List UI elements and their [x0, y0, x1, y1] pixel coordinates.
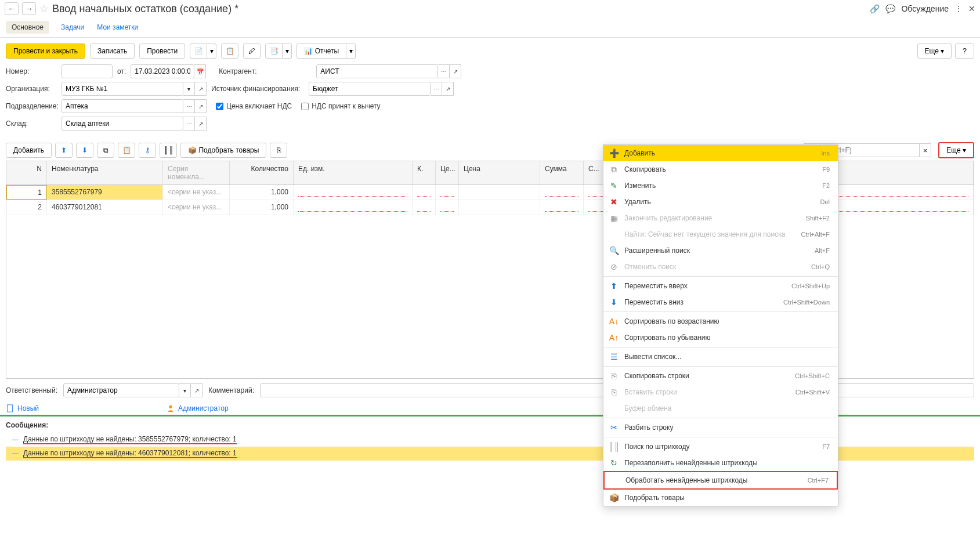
col-nom[interactable]: Номенклатура — [47, 161, 163, 184]
dept-pick[interactable]: ⋯ — [183, 99, 195, 113]
move-up-button[interactable]: ⬆ — [55, 143, 73, 158]
close-icon[interactable]: ✕ — [968, 4, 975, 13]
menu-item[interactable]: ⎘Скопировать строкиCtrl+Shift+C — [603, 368, 838, 384]
nav-forward[interactable]: → — [22, 2, 36, 15]
share-button[interactable]: ⚷ — [139, 143, 156, 158]
number-input[interactable] — [62, 64, 113, 78]
save-button[interactable]: Записать — [90, 44, 135, 59]
org-open[interactable]: ↗ — [195, 82, 207, 96]
clipboard-button[interactable]: ⎘ — [270, 143, 287, 158]
copy-button[interactable]: 📑 — [265, 44, 283, 59]
svg-point-1 — [169, 405, 172, 408]
dept-open[interactable]: ↗ — [195, 99, 207, 113]
contractor-open[interactable]: ↗ — [450, 64, 461, 78]
fin-open[interactable]: ↗ — [442, 82, 454, 96]
col-k[interactable]: К. — [413, 161, 436, 184]
menu-item[interactable]: A↑Сортировать по убыванию — [603, 329, 838, 346]
pick-goods-button[interactable]: 📦 Подобрать товары — [180, 143, 266, 158]
tab-notes[interactable]: Мои заметки — [96, 21, 139, 34]
move-down-button[interactable]: ⬇ — [76, 143, 93, 158]
dept-label: Подразделение: — [6, 102, 57, 110]
tab-main[interactable]: Основное — [6, 21, 49, 34]
comment-label: Комментарий: — [208, 386, 254, 394]
contractor-input[interactable] — [316, 64, 438, 78]
from-label: от: — [117, 67, 126, 75]
resp-drop[interactable]: ▾ — [179, 383, 191, 397]
col-pr[interactable]: Це... — [436, 161, 459, 184]
resp-input[interactable] — [63, 383, 179, 397]
status-new[interactable]: Новый — [6, 404, 39, 412]
reports-button[interactable]: 📊 Отчеты — [296, 44, 346, 59]
menu-item[interactable]: ║║Поиск по штрихкодуF7 — [603, 439, 838, 455]
doc-icon — [6, 404, 14, 412]
fin-input[interactable] — [309, 82, 431, 96]
more-button-top[interactable]: Еще ▾ — [917, 44, 952, 59]
number-label: Номер: — [6, 67, 57, 75]
menu-item[interactable]: ⬆Переместить вверхCtrl+Shift+Up — [603, 278, 838, 294]
print-button[interactable]: 📋 — [221, 44, 238, 59]
post-button[interactable]: Провести — [139, 44, 185, 59]
copy-rows-button[interactable]: ⧉ — [97, 143, 114, 158]
discuss-icon[interactable]: 💬 — [885, 4, 895, 13]
fin-pick[interactable]: ⋯ — [431, 82, 442, 96]
menu-item[interactable]: ☰Вывести список... — [603, 349, 838, 365]
help-button[interactable]: ? — [955, 44, 974, 59]
status-admin[interactable]: Администратор — [167, 404, 229, 412]
star-icon[interactable]: ☆ — [39, 2, 49, 15]
fin-label: Источник финансирования: — [211, 85, 304, 93]
paste-rows-button[interactable]: 📋 — [118, 143, 135, 158]
menu-item[interactable]: ➕ДобавитьIns — [603, 145, 838, 161]
contractor-pick[interactable]: ⋯ — [438, 64, 450, 78]
menu-item: ⎘Вставить строкиCtrl+Shift+V — [603, 384, 838, 400]
menu-item[interactable]: ⬇Переместить внизCtrl+Shift+Down — [603, 294, 838, 310]
doc-action-button[interactable]: 📄 — [190, 44, 207, 59]
org-input[interactable] — [62, 82, 183, 96]
kebab-icon[interactable]: ⋮ — [954, 4, 963, 13]
menu-item[interactable]: A↓Сортировать по возрастанию — [603, 313, 838, 329]
calendar-icon[interactable]: 📅 — [194, 64, 206, 78]
reports-drop[interactable]: ▾ — [346, 44, 356, 59]
menu-item: Найти: Сейчас нет текущего значения для … — [603, 226, 838, 242]
add-button[interactable]: Добавить — [6, 143, 52, 158]
stock-open[interactable]: ↗ — [195, 117, 207, 131]
menu-item: ⊘Отменить поискCtrl+Q — [603, 259, 838, 275]
stock-input[interactable] — [62, 117, 183, 131]
copy-drop[interactable]: ▾ — [283, 44, 292, 59]
org-drop[interactable]: ▾ — [183, 82, 195, 96]
menu-item[interactable]: ✂Разбить строку — [603, 419, 838, 436]
date-input[interactable] — [131, 64, 194, 78]
menu-item[interactable]: ⧉СкопироватьF9 — [603, 161, 838, 177]
page-title: Ввод начальных остатков (создание) * — [52, 3, 866, 15]
menu-item[interactable]: ✎ИзменитьF2 — [603, 177, 838, 194]
col-ser[interactable]: Серия номенкла... — [163, 161, 230, 184]
col-price[interactable]: Цена — [459, 161, 540, 184]
col-sum[interactable]: Сумма — [540, 161, 584, 184]
vat-ded-label: НДС принят к вычету — [312, 102, 380, 110]
col-n[interactable]: N — [6, 161, 47, 184]
stock-pick[interactable]: ⋯ — [183, 117, 195, 131]
col-unit[interactable]: Ед. изм. — [294, 161, 413, 184]
dept-input[interactable] — [62, 99, 183, 113]
vat-ded-checkbox[interactable] — [301, 103, 309, 110]
context-menu-more: ➕ДобавитьIns⧉СкопироватьF9✎ИзменитьF2✖Уд… — [603, 144, 838, 465]
nav-back[interactable]: ← — [5, 2, 19, 15]
vat-incl-checkbox[interactable] — [216, 103, 223, 110]
menu-item[interactable]: ↻Перезаполнить ненайденные штрихкоды — [603, 455, 838, 465]
contractor-label: Контрагент: — [219, 67, 312, 75]
resp-open[interactable]: ↗ — [191, 383, 202, 397]
user-icon — [167, 404, 175, 412]
resp-label: Ответственный: — [6, 386, 57, 394]
menu-item[interactable]: 🔍Расширенный поискAlt+F — [603, 242, 838, 259]
submit-button[interactable]: Провести и закрыть — [6, 44, 85, 59]
tab-tasks[interactable]: Задачи — [60, 21, 85, 34]
barcode-button[interactable]: ║║ — [160, 143, 177, 158]
search-clear[interactable]: × — [920, 143, 931, 157]
svg-rect-0 — [8, 405, 13, 412]
col-qty[interactable]: Количество — [230, 161, 294, 184]
menu-item[interactable]: ✖УдалитьDel — [603, 194, 838, 210]
link-icon[interactable]: 🔗 — [870, 4, 880, 13]
doc-action-drop[interactable]: ▾ — [207, 44, 216, 59]
discuss-link[interactable]: Обсуждение — [901, 4, 949, 13]
more-button-table[interactable]: Еще ▾ — [938, 142, 974, 158]
attach-button[interactable]: 🖊 — [243, 44, 261, 59]
